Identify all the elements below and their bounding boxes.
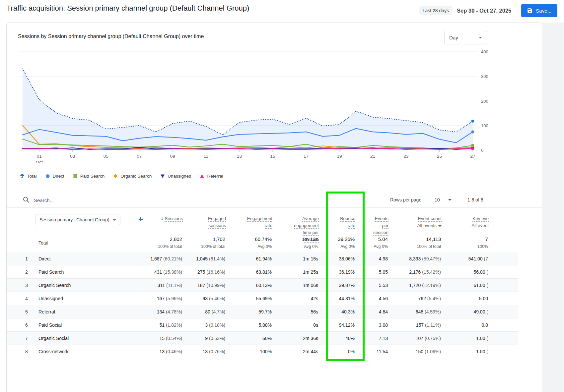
chevron-down-icon [113,219,116,221]
row-number: 5 [25,305,28,318]
cell-sessions: 13 (0.46%) [160,345,182,358]
cell-bounce-rate: 39.87% [339,279,355,292]
cell-avg-engagement-time: 42s [311,292,318,305]
svg-text:21: 21 [370,154,375,159]
column-header-engagement-rate[interactable]: Engagementrate [247,215,272,229]
cell-events-per-session: 5.05 [379,265,388,279]
column-header-event-count[interactable]: Event countAll events [417,215,442,228]
cell-bounce-rate: 40% [345,332,355,345]
total-label: Total [38,234,48,252]
legend-item-unassigned: Unassigned [160,174,191,179]
cell-key-events: 1.00 ( [476,345,488,358]
cell-key-events: 49.00 ( [473,305,488,318]
cell-avg-engagement-time: 2m 36s [303,332,318,345]
cell-bounce-rate: 0% [348,345,355,358]
save-button[interactable]: Save... [521,4,557,17]
cell-event-count: 157 (1.11%) [416,318,441,332]
cell-engagement-rate: 55.69% [256,292,272,305]
channel-name: Direct [38,252,51,265]
date-range-preset[interactable]: Last 28 days [419,6,452,15]
legend-item-organic-search: Organic Search [113,174,152,179]
row-number: 8 [25,345,28,358]
svg-text:09: 09 [170,154,175,159]
svg-text:300: 300 [481,74,488,79]
cell-engagement-rate: 59.7% [258,305,272,318]
column-header-bounce-rate[interactable]: Bouncerate [340,215,355,229]
cell-avg-engagement-time: 1m 25s [303,265,318,279]
legend-label: Organic Search [120,174,152,179]
cell-engagement-rate: 60% [262,332,272,345]
granularity-value: Day [449,35,458,40]
cell-sessions: 15 (0.54%) [160,332,182,345]
row-number: 6 [25,318,28,332]
cell-key-events: 56.00 ( [473,265,488,279]
cell-avg-engagement-time: 56s [311,305,318,318]
table-row: 7Organic Social15 (0.54%)9 (0.53%)60%2m … [7,332,518,345]
cell-events-per-session: 4.98 [379,252,388,265]
cell-engaged-sessions: 93 (5.46%) [203,292,226,305]
column-header-sessions[interactable]: ↓Sessions [161,215,183,222]
svg-text:Oct: Oct [36,160,43,163]
table-row: 1Direct1,687 (60.21%)1,045 (61.4%)61.94%… [7,252,518,265]
svg-text:13: 13 [237,154,242,159]
column-header-key-events[interactable]: Key eveAll event [471,215,489,228]
cell-bounce-rate: 94.12% [339,318,355,332]
cell-sessions: 134 (4.78%) [157,305,182,318]
cell-sessions: 1,687 (60.21%) [150,252,182,265]
cell-event-count: 107 (0.76%) [416,332,441,345]
cell-events-per-session: 4.84 [379,305,388,318]
svg-text:100: 100 [481,123,488,128]
svg-text:17: 17 [304,154,309,159]
channel-name: Cross-network [38,345,68,358]
save-icon [527,8,533,14]
triangle-down-marker-icon [160,174,165,179]
total-cell-engagement-rate: 60.74%Avg 0% [255,236,272,250]
search-input[interactable] [33,195,194,206]
total-cell-sessions: 2,802100% of total [158,236,182,250]
dimension-selector[interactable]: Session primary...Channel Group) [35,214,120,225]
chart-title: Sessions by Session primary channel grou… [18,33,204,39]
metric-filter[interactable]: All event [471,223,489,228]
dimension-selector-label: Session primary...Channel Group) [39,217,109,222]
rows-per-page-select[interactable]: 10 [435,193,440,207]
chevron-down-icon [479,37,482,38]
cell-key-events: 541.00 (7 [468,252,488,265]
date-range[interactable]: Sep 30 - Oct 27, 2025 [457,8,511,14]
table-row: 2Paid Search431 (15.38%)275 (16.16%)63.8… [7,265,518,279]
traffic-acquisition-report: Traffic acquisition: Session primary cha… [0,0,564,392]
cell-avg-engagement-time: 2m 44s [303,345,318,358]
svg-text:01: 01 [37,154,42,159]
svg-text:23: 23 [403,154,408,159]
legend-label: Total [27,174,37,179]
cell-engagement-rate: 100% [260,345,272,358]
header-controls: Last 28 days Sep 30 - Oct 27, 2025 Save.… [419,3,557,18]
svg-text:400: 400 [481,49,488,54]
cell-key-events: 1.00 ( [476,332,488,345]
table-row: 8Cross-network13 (0.46%)13 (0.76%)100%2m… [7,345,518,358]
chevron-down-icon[interactable] [448,199,452,201]
diamond-marker-icon [113,174,118,179]
channel-name: Organic Search [38,279,71,292]
cell-event-count: 1,720 (12.19%) [409,279,441,292]
cell-event-count: 150 (1.06%) [416,345,441,358]
row-number: 7 [25,332,28,345]
cell-event-count: 8,393 (59.47%) [409,252,441,265]
column-header-events-per-session[interactable]: Eventspersession [373,215,388,236]
row-number: 3 [25,279,28,292]
cell-engaged-sessions: 3 (0.18%) [205,318,225,332]
granularity-dropdown[interactable]: Day [444,31,487,44]
cell-events-per-session: 11.54 [377,345,388,358]
cell-key-events: 0.0 [482,318,488,332]
sort-desc-icon: ↓ [161,216,163,221]
metric-filter[interactable]: All events [417,223,442,228]
cell-events-per-session: 7.13 [379,332,388,345]
total-cell-engaged-sessions: 1,702100% of total [201,236,225,250]
rows-per-page-label: Rows per page: [390,193,423,207]
table-row: 3Organic Search311 (11.1%)187 (10.99%)60… [7,279,518,292]
cell-sessions: 311 (11.1%) [158,279,182,292]
column-header-engaged-sessions[interactable]: Engagedsessions [208,215,226,229]
channel-name: Referral [38,305,55,318]
total-row: Total2,802100% of total1,702100% of tota… [7,234,518,252]
page-background [541,23,564,392]
cell-event-count: 2,176 (15.42%) [409,265,441,279]
